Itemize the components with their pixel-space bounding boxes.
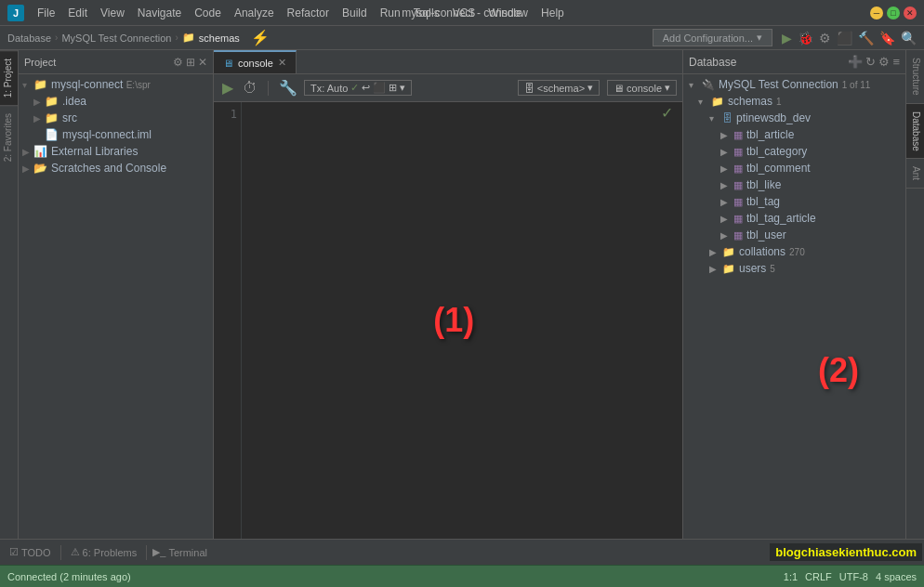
database-tree: ▾ 🔌 MySQL Test Connection 1 of 11 ▾ 📁 sc… bbox=[683, 74, 905, 539]
run-current-icon[interactable]: ⚡ bbox=[251, 29, 270, 46]
schemas-badge: 1 bbox=[776, 97, 782, 107]
close-panel-icon[interactable]: ✕ bbox=[198, 56, 207, 69]
schema-selector[interactable]: 🗄 <schema> ▾ bbox=[518, 80, 600, 96]
db-settings-icon[interactable]: ⚙ bbox=[878, 55, 890, 69]
menu-build[interactable]: Build bbox=[337, 5, 373, 21]
ptinewsdb-icon: 🗄 bbox=[722, 112, 733, 124]
code-area[interactable]: ✓ (1) bbox=[242, 102, 682, 539]
breadcrumb-database[interactable]: Database bbox=[7, 33, 51, 44]
iml-file[interactable]: ▶ 📄 mysql-connect.iml bbox=[19, 126, 213, 143]
debug-icon[interactable]: 🐞 bbox=[798, 31, 813, 46]
execute-button[interactable]: ▶ bbox=[219, 79, 236, 97]
format-button[interactable]: 🔧 bbox=[276, 79, 300, 97]
refresh-db-icon[interactable]: ↻ bbox=[865, 55, 876, 69]
project-tab[interactable]: 1: Project bbox=[0, 50, 18, 105]
breadcrumb-sep2: › bbox=[175, 33, 178, 43]
console-selector[interactable]: 🖥 console ▾ bbox=[607, 80, 677, 96]
run-coverage-icon[interactable]: ⚙ bbox=[819, 31, 831, 46]
tbl-like-arrow: ▶ bbox=[720, 180, 732, 190]
database-tab-right[interactable]: Database bbox=[906, 104, 924, 160]
table-tbl-article[interactable]: ▶ ▦ tbl_article bbox=[683, 126, 905, 143]
tbl-tag-article-label: tbl_tag_article bbox=[746, 212, 816, 225]
expand-icon[interactable]: ⊞ bbox=[186, 56, 195, 69]
left-vertical-tabs: 1: Project 2: Favorites bbox=[0, 50, 19, 539]
position-indicator[interactable]: 1:1 bbox=[784, 571, 798, 582]
src-folder[interactable]: ▶ 📁 src bbox=[19, 110, 213, 126]
structure-tab[interactable]: Structure bbox=[906, 50, 924, 104]
build-project-icon[interactable]: 🔨 bbox=[858, 31, 874, 46]
new-db-icon[interactable]: ➕ bbox=[848, 55, 863, 69]
table-tbl-like[interactable]: ▶ ▦ tbl_like bbox=[683, 176, 905, 193]
run-toolbar: ▶ 🐞 ⚙ ⬛ 🔨 🔖 🔍 bbox=[782, 31, 917, 46]
search-everywhere-icon[interactable]: 🔍 bbox=[901, 31, 917, 46]
table-tbl-tag-article[interactable]: ▶ ▦ tbl_tag_article bbox=[683, 210, 905, 227]
console-tab[interactable]: 🖥 console ✕ bbox=[214, 50, 297, 73]
stop-icon[interactable]: ⬛ bbox=[837, 31, 852, 46]
tbl-tag-arrow: ▶ bbox=[720, 197, 732, 207]
favorites-tab[interactable]: 2: Favorites bbox=[0, 105, 18, 169]
menu-analyze[interactable]: Analyze bbox=[229, 5, 280, 21]
line-ending-indicator[interactable]: CRLF bbox=[805, 571, 832, 582]
settings-icon[interactable]: ⚙ bbox=[173, 56, 183, 69]
database-panel-icons: ➕ ↻ ⚙ ≡ bbox=[848, 55, 900, 69]
maximize-button[interactable]: □ bbox=[887, 7, 900, 20]
bb-sep1 bbox=[60, 545, 61, 560]
schema-label: <schema> bbox=[537, 83, 585, 94]
menu-file[interactable]: File bbox=[32, 5, 60, 21]
tx-dropdown[interactable]: Tx: Auto ✓ ↩ ⬛ ⊞ ▾ bbox=[304, 80, 412, 96]
idea-folder-icon: 📁 bbox=[45, 95, 59, 108]
grid-icon[interactable]: ⊞ bbox=[389, 82, 397, 94]
breadcrumb-schemas[interactable]: schemas bbox=[199, 33, 240, 44]
users-label: users bbox=[739, 262, 766, 275]
tbl-comment-arrow: ▶ bbox=[720, 163, 732, 174]
stop-icon2[interactable]: ⬛ bbox=[373, 82, 386, 94]
menu-edit[interactable]: Edit bbox=[62, 5, 93, 21]
tab-close-icon[interactable]: ✕ bbox=[278, 57, 286, 69]
minimize-button[interactable]: ─ bbox=[870, 7, 883, 20]
table-icon-4: ▦ bbox=[733, 179, 743, 191]
close-button[interactable]: ✕ bbox=[904, 7, 917, 20]
bookmark-icon[interactable]: 🔖 bbox=[879, 31, 895, 46]
db-connection-root[interactable]: ▾ 🔌 MySQL Test Connection 1 of 11 bbox=[683, 76, 905, 93]
table-tbl-user[interactable]: ▶ ▦ tbl_user bbox=[683, 227, 905, 243]
add-configuration-button[interactable]: Add Configuration... ▾ bbox=[653, 29, 772, 46]
collations-folder[interactable]: ▶ 📁 collations 270 bbox=[683, 243, 905, 260]
idea-folder[interactable]: ▶ 📁 .idea bbox=[19, 93, 213, 110]
users-icon: 📁 bbox=[722, 263, 735, 275]
undo-icon[interactable]: ↩ bbox=[362, 82, 370, 94]
menu-code[interactable]: Code bbox=[189, 5, 227, 21]
play-icon[interactable]: ▶ bbox=[782, 31, 792, 46]
users-folder[interactable]: ▶ 📁 users 5 bbox=[683, 260, 905, 277]
tx-label: Tx: Auto bbox=[310, 83, 348, 94]
tab-bar: 🖥 console ✕ bbox=[214, 50, 682, 74]
terminal-button[interactable]: ▶_ Terminal bbox=[152, 546, 207, 558]
table-tbl-tag[interactable]: ▶ ▦ tbl_tag bbox=[683, 193, 905, 210]
schemas-folder[interactable]: ▾ 📁 schemas 1 bbox=[683, 93, 905, 110]
encoding-indicator[interactable]: UTF-8 bbox=[839, 571, 868, 582]
todo-button[interactable]: ☑ TODO bbox=[6, 544, 55, 560]
indent-indicator[interactable]: 4 spaces bbox=[876, 571, 917, 582]
tab-label: console bbox=[238, 58, 273, 69]
breadcrumb-connection[interactable]: MySQL Test Connection bbox=[61, 33, 171, 44]
external-libraries[interactable]: ▶ 📊 External Libraries bbox=[19, 143, 213, 160]
execute-history-button[interactable]: ⏱ bbox=[240, 80, 260, 97]
check-icon: ✓ bbox=[350, 82, 359, 94]
console-dropdown-arrow: ▾ bbox=[665, 82, 670, 94]
ant-tab[interactable]: Ant bbox=[906, 159, 924, 189]
menu-refactor[interactable]: Refactor bbox=[282, 5, 335, 21]
db-more-icon[interactable]: ≡ bbox=[892, 55, 900, 69]
menu-view[interactable]: View bbox=[95, 5, 130, 21]
window-title: mysql-connect - console bbox=[402, 7, 521, 20]
table-tbl-comment[interactable]: ▶ ▦ tbl_comment bbox=[683, 160, 905, 176]
tbl-user-label: tbl_user bbox=[746, 228, 786, 241]
tbl-article-label: tbl_article bbox=[746, 128, 794, 141]
line-numbers: 1 bbox=[214, 102, 242, 539]
project-root[interactable]: ▾ 📁 mysql-connect E:\spr bbox=[19, 76, 213, 93]
table-tbl-category[interactable]: ▶ ▦ tbl_category bbox=[683, 143, 905, 160]
problems-button[interactable]: ⚠ 6: Problems bbox=[67, 544, 141, 560]
db-ptinewsdb[interactable]: ▾ 🗄 ptinewsdb_dev bbox=[683, 110, 905, 126]
scratches-console[interactable]: ▶ 📂 Scratches and Console bbox=[19, 160, 213, 176]
menu-help[interactable]: Help bbox=[535, 5, 570, 21]
src-arrow: ▶ bbox=[33, 113, 45, 124]
menu-navigate[interactable]: Navigate bbox=[132, 5, 187, 21]
